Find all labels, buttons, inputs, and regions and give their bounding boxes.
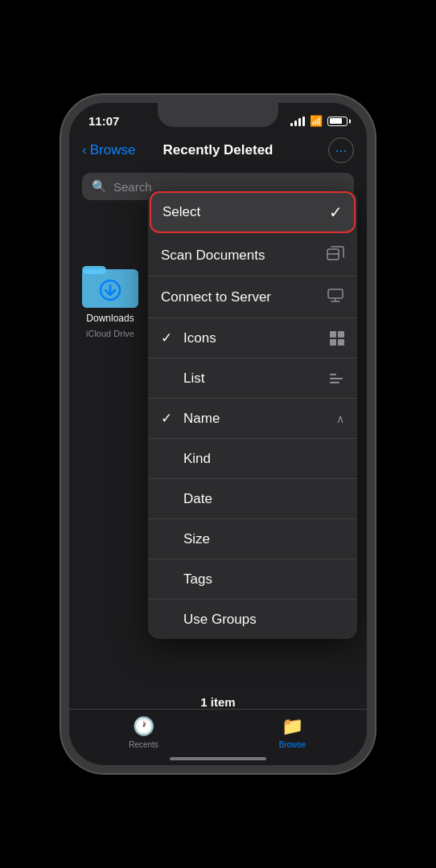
- icons-check-icon: ✓: [161, 330, 177, 346]
- more-button[interactable]: ···: [328, 137, 354, 163]
- folder-location: iCloud Drive: [86, 329, 134, 338]
- tab-recents-label: Recents: [129, 740, 158, 749]
- kind-label: Kind: [183, 451, 211, 467]
- name-check-icon: ✓: [161, 410, 177, 427]
- item-count-label: 1 item: [200, 695, 235, 709]
- size-label: Size: [183, 531, 210, 547]
- search-icon: 🔍: [92, 179, 107, 194]
- tab-recents[interactable]: 🕐 Recents: [69, 716, 218, 749]
- page-title: Recently Deleted: [163, 142, 274, 158]
- menu-item-connect[interactable]: Connect to Server: [148, 276, 357, 318]
- battery-icon: [327, 117, 348, 126]
- tab-browse-label: Browse: [279, 740, 306, 749]
- list-icon: [330, 374, 344, 383]
- menu-item-name[interactable]: ✓ Name ∧: [148, 399, 357, 439]
- nav-bar: ‹ Browse Recently Deleted ···: [69, 134, 367, 170]
- list-label: List: [183, 371, 204, 387]
- back-label: Browse: [90, 142, 136, 158]
- folder-item[interactable]: Downloads iCloud Drive: [82, 261, 138, 338]
- more-icon: ···: [335, 142, 347, 159]
- date-label: Date: [183, 491, 212, 507]
- chevron-up-icon: ∧: [336, 412, 344, 425]
- phone-frame: 11:07 📶 ‹ Browse Recently Deleted: [61, 95, 375, 773]
- signal-icon: [290, 117, 305, 126]
- folder-icon: [82, 261, 138, 308]
- folder-name: Downloads: [86, 313, 134, 324]
- status-bar: 11:07 📶: [69, 103, 367, 134]
- chevron-left-icon: ‹: [82, 142, 87, 158]
- dropdown-menu: Select ✓ Scan Documents: [148, 190, 357, 639]
- connect-label: Connect to Server: [161, 289, 271, 305]
- icons-label: Icons: [183, 330, 216, 346]
- search-placeholder: Search: [113, 180, 152, 194]
- menu-item-list[interactable]: ✓ List: [148, 358, 357, 399]
- wifi-icon: 📶: [310, 115, 323, 127]
- menu-item-select[interactable]: Select ✓: [150, 191, 356, 233]
- back-button[interactable]: ‹ Browse: [82, 142, 135, 158]
- menu-item-size[interactable]: ✓ Size: [148, 519, 357, 559]
- icons-grid-icon: [330, 331, 344, 346]
- name-label: Name: [183, 411, 220, 427]
- scan-label: Scan Documents: [161, 248, 265, 264]
- svg-rect-6: [328, 289, 343, 298]
- menu-item-kind[interactable]: ✓ Kind: [148, 439, 357, 479]
- status-icons: 📶: [290, 115, 348, 127]
- clock-icon: 🕐: [133, 716, 154, 737]
- menu-item-use-groups[interactable]: ✓ Use Groups: [148, 600, 357, 639]
- menu-item-date[interactable]: ✓ Date: [148, 479, 357, 519]
- menu-item-tags[interactable]: ✓ Tags: [148, 559, 357, 600]
- use-groups-label: Use Groups: [183, 612, 257, 628]
- select-label: Select: [162, 204, 200, 220]
- scan-doc-icon: [327, 246, 344, 264]
- screen: 11:07 📶 ‹ Browse Recently Deleted: [69, 103, 367, 765]
- tags-label: Tags: [183, 571, 212, 588]
- folder-tab-icon: 📁: [282, 716, 303, 737]
- server-icon: [327, 288, 344, 306]
- item-count: 1 item: [69, 695, 367, 709]
- status-time: 11:07: [88, 114, 119, 128]
- tab-browse[interactable]: 📁 Browse: [218, 716, 367, 749]
- home-indicator: [170, 757, 266, 760]
- menu-item-scan[interactable]: Scan Documents: [148, 235, 357, 276]
- menu-item-icons[interactable]: ✓ Icons: [148, 318, 357, 358]
- select-checkmark-icon: ✓: [329, 203, 343, 222]
